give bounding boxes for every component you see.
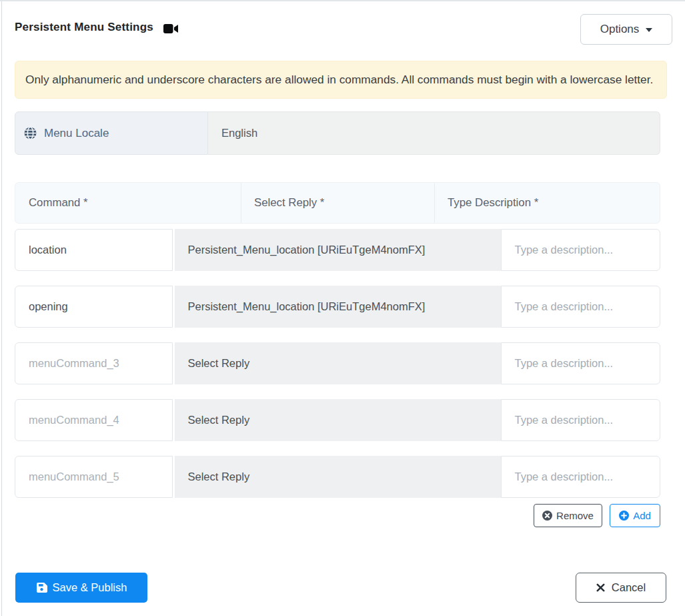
warning-alert: Only alphanumeric and underscore charact… <box>15 61 667 99</box>
cancel-button[interactable]: Cancel <box>576 573 666 603</box>
remove-button-label: Remove <box>556 510 594 521</box>
chevron-down-icon <box>646 28 652 32</box>
page-title: Persistent Menu Settings <box>15 21 153 34</box>
command-input[interactable]: menuCommand_5 <box>15 456 173 498</box>
command-row: menuCommand_3 Select Reply Type a descri… <box>15 342 660 384</box>
menu-locale-select[interactable]: English <box>208 111 660 155</box>
command-row: location Persistent_Menu_location [URiEu… <box>15 229 660 271</box>
command-row: opening Persistent_Menu_location [URiEuT… <box>15 286 660 328</box>
reply-select[interactable]: Persistent_Menu_location [URiEuTgeM4nomF… <box>175 286 501 328</box>
add-row-button[interactable]: Add <box>610 504 660 527</box>
description-input[interactable]: Type a description... <box>501 229 661 271</box>
plus-circle-icon <box>619 511 629 521</box>
video-camera-icon <box>163 24 178 33</box>
description-input[interactable]: Type a description... <box>501 342 661 384</box>
x-icon <box>596 583 605 592</box>
description-input[interactable]: Type a description... <box>501 286 661 328</box>
menu-locale-addon: Menu Locale <box>15 111 208 155</box>
menu-locale-label: Menu Locale <box>44 127 109 140</box>
reply-select[interactable]: Select Reply <box>175 342 501 384</box>
menu-locale-value: English <box>221 127 257 139</box>
save-button-label: Save & Publish <box>53 581 127 594</box>
command-row: menuCommand_4 Select Reply Type a descri… <box>15 399 660 441</box>
header-select-reply: Select Reply * <box>241 183 435 223</box>
reply-select[interactable]: Select Reply <box>175 456 501 498</box>
options-button-label: Options <box>600 23 640 36</box>
reply-select[interactable]: Select Reply <box>175 399 501 441</box>
remove-row-button[interactable]: Remove <box>534 504 602 527</box>
times-circle-icon <box>542 511 552 521</box>
header-command: Command * <box>15 183 241 223</box>
command-row: menuCommand_5 Select Reply Type a descri… <box>15 456 660 498</box>
cancel-button-label: Cancel <box>612 581 646 594</box>
command-input[interactable]: location <box>15 229 173 271</box>
add-button-label: Add <box>633 510 651 521</box>
reply-select[interactable]: Persistent_Menu_location [URiEuTgeM4nomF… <box>175 229 501 271</box>
header-type-description: Type Description * <box>435 183 660 223</box>
persistent-menu-settings-page: Persistent Menu Settings Options Only al… <box>0 0 685 616</box>
command-input[interactable]: menuCommand_3 <box>15 342 173 384</box>
description-input[interactable]: Type a description... <box>501 456 661 498</box>
globe-icon <box>24 127 37 139</box>
description-input[interactable]: Type a description... <box>501 399 661 441</box>
save-publish-button[interactable]: Save & Publish <box>15 573 147 603</box>
top-border <box>0 0 685 1</box>
save-icon <box>36 582 47 593</box>
options-button[interactable]: Options <box>580 14 672 45</box>
warning-alert-text: Only alphanumeric and underscore charact… <box>25 73 653 87</box>
menu-locale-group: Menu Locale English <box>15 111 660 155</box>
command-input[interactable]: opening <box>15 286 173 328</box>
command-input[interactable]: menuCommand_4 <box>15 399 173 441</box>
command-table-header: Command * Select Reply * Type Descriptio… <box>15 182 660 224</box>
left-border <box>1 1 2 616</box>
